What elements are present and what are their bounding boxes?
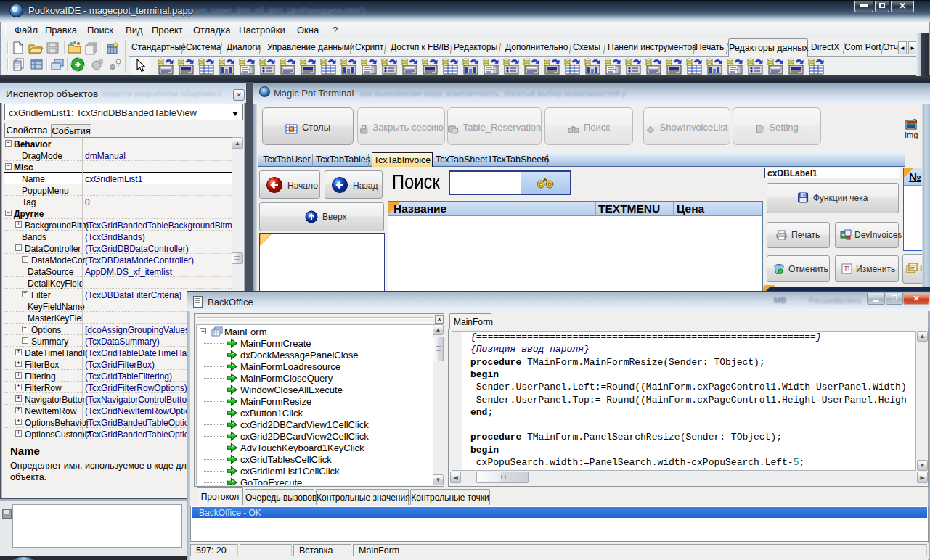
- svg-text:I: I: [848, 265, 850, 273]
